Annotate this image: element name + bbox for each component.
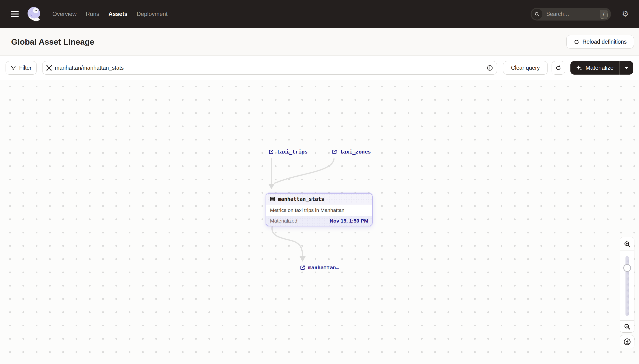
asset-selection-input[interactable]: manhattan/manhattan_stats	[42, 61, 497, 74]
asset-card-description: Metrics on taxi trips in Manhattan	[266, 204, 372, 216]
reload-definitions-label: Reload definitions	[582, 38, 627, 45]
lineage-canvas[interactable]: taxi_trips taxi_zones manhattan_stats	[0, 80, 639, 364]
page-title: Global Asset Lineage	[11, 28, 95, 56]
clear-query-label: Clear query	[511, 65, 540, 71]
table-icon	[270, 196, 275, 202]
nav-item-deployment[interactable]: Deployment	[137, 10, 168, 18]
dagster-logo-icon[interactable]	[26, 6, 42, 22]
recenter-icon	[623, 338, 631, 346]
asset-node-taxi-trips[interactable]: taxi_trips	[268, 149, 307, 155]
materialized-status-label: Materialized	[270, 218, 297, 224]
zoom-controls	[620, 237, 634, 332]
search-icon	[531, 9, 542, 20]
asset-graph-icon	[46, 64, 53, 71]
edge-taxi-zones-to-stats	[275, 159, 334, 183]
asset-card-manhattan-stats[interactable]: manhattan_stats Metrics on taxi trips in…	[266, 193, 373, 226]
asset-node-taxi-zones[interactable]: taxi_zones	[332, 149, 371, 155]
zoom-in-button[interactable]	[620, 237, 634, 250]
filter-label: Filter	[19, 65, 32, 71]
nav-item-assets[interactable]: Assets	[109, 10, 128, 18]
asset-card-footer: Materialized Nov 15, 1:50 PM	[266, 216, 372, 226]
asset-node-label: taxi_trips	[277, 149, 307, 155]
lineage-toolbar: Filter manhattan/manhattan_stats Clear q…	[0, 56, 639, 80]
global-search-input[interactable]: Search… /	[530, 8, 611, 20]
materialize-dropdown-button[interactable]	[620, 61, 633, 74]
funnel-icon	[11, 65, 16, 71]
asset-card-header: manhattan_stats	[266, 194, 372, 204]
arrowhead	[268, 184, 275, 189]
primary-nav: Overview Runs Assets Deployment	[53, 0, 168, 28]
filter-button[interactable]: Filter	[6, 61, 37, 74]
zoom-slider[interactable]	[620, 250, 634, 320]
refresh-graph-button[interactable]	[551, 61, 565, 74]
search-shortcut-badge: /	[600, 10, 607, 18]
materialize-button[interactable]: Materialize	[570, 61, 619, 74]
external-asset-icon	[300, 265, 305, 270]
gear-icon[interactable]: ⚙	[622, 10, 629, 18]
page-header: Global Asset Lineage Reload definitions	[0, 28, 639, 56]
nav-item-overview[interactable]: Overview	[53, 10, 77, 18]
external-asset-icon	[332, 149, 337, 155]
recenter-view-button[interactable]	[620, 335, 634, 348]
dagster-app: Overview Runs Assets Deployment Search… …	[0, 0, 639, 364]
nav-item-runs[interactable]: Runs	[86, 10, 99, 18]
clear-query-button[interactable]: Clear query	[503, 61, 548, 74]
zoom-slider-thumb[interactable]	[623, 264, 631, 272]
materialized-timestamp[interactable]: Nov 15, 1:50 PM	[330, 218, 368, 224]
zoom-out-button[interactable]	[620, 320, 634, 332]
arrowhead	[299, 256, 306, 262]
asset-selection-value: manhattan/manhattan_stats	[55, 65, 487, 71]
zoom-in-icon	[623, 240, 631, 248]
zoom-out-icon	[623, 323, 631, 330]
asset-node-label: manhattan…	[308, 264, 339, 270]
asset-node-manhattan-truncated[interactable]: manhattan…	[300, 264, 339, 270]
search-placeholder: Search…	[546, 11, 600, 18]
edge-stats-to-manhattan	[272, 226, 303, 256]
top-nav-bar: Overview Runs Assets Deployment Search… …	[0, 0, 639, 28]
chevron-down-icon	[624, 67, 628, 69]
materialize-split-button: Materialize	[570, 61, 633, 74]
refresh-icon	[555, 65, 561, 71]
refresh-icon	[573, 39, 579, 45]
info-icon[interactable]	[487, 65, 493, 71]
sparkles-icon	[576, 65, 582, 71]
asset-node-label: taxi_zones	[340, 149, 371, 155]
materialize-label: Materialize	[585, 64, 613, 71]
external-asset-icon	[268, 149, 274, 155]
reload-definitions-button[interactable]: Reload definitions	[566, 35, 634, 48]
hamburger-menu-icon[interactable]	[11, 11, 19, 17]
asset-card-name: manhattan_stats	[278, 196, 324, 202]
